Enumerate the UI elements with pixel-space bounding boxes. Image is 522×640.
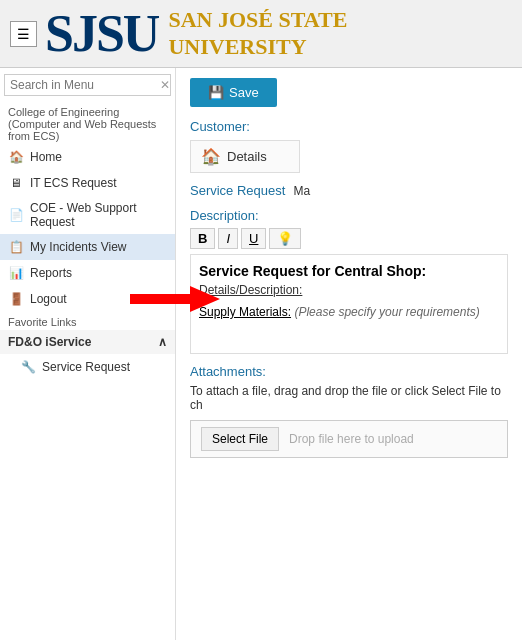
fdo-group-label: FD&O iService [8, 335, 91, 349]
chevron-up-icon: ∧ [158, 335, 167, 349]
editor-details-line: Details/Description: [199, 283, 499, 297]
search-bar[interactable]: ✕ 📌 [4, 74, 171, 96]
hamburger-menu-button[interactable]: ☰ [10, 21, 37, 47]
title-line1: SAN JOSÉ STATE [168, 7, 347, 33]
sidebar-item-reports[interactable]: 📊 Reports [0, 260, 175, 286]
service-request-label: Service Request [190, 183, 285, 198]
main-content: 💾 Save Customer: 🏠 Details Service Reque… [176, 68, 522, 640]
sidebar-item-coe-label: COE - Web Support Request [30, 201, 167, 229]
select-file-button[interactable]: Select File [201, 427, 279, 451]
editor-toolbar: B I U 💡 [190, 228, 508, 249]
bold-button[interactable]: B [190, 228, 215, 249]
wrench-icon: 🔧 [20, 359, 36, 375]
sidebar: ✕ 📌 College of Engineering (Computer and… [0, 68, 176, 640]
attachments-label: Attachments: [190, 364, 508, 379]
supply-hint: (Please specify your requirements) [291, 305, 480, 319]
incidents-icon: 📋 [8, 239, 24, 255]
sidebar-item-my-incidents[interactable]: 📋 My Incidents View [0, 234, 175, 260]
description-label: Description: [190, 208, 508, 223]
italic-button[interactable]: I [218, 228, 238, 249]
save-button[interactable]: 💾 Save [190, 78, 277, 107]
header: ☰ SJSU SAN JOSÉ STATE UNIVERSITY [0, 0, 522, 68]
home-icon: 🏠 [8, 149, 24, 165]
fdo-group-header[interactable]: FD&O iService ∧ [0, 330, 175, 354]
drop-zone-text: Drop file here to upload [289, 432, 414, 446]
clear-icon[interactable]: ✕ [160, 78, 170, 92]
service-request-suffix: Ma [293, 184, 310, 198]
red-arrow-indicator [130, 284, 220, 317]
sidebar-item-service-request[interactable]: 🔧 Service Request [0, 354, 175, 380]
monitor-icon: 🖥 [8, 175, 24, 191]
attachments-text: To attach a file, drag and drop the file… [190, 384, 508, 412]
bulb-button[interactable]: 💡 [269, 228, 301, 249]
sidebar-item-logout-label: Logout [30, 292, 67, 306]
reports-icon: 📊 [8, 265, 24, 281]
sidebar-item-home[interactable]: 🏠 Home [0, 144, 175, 170]
save-icon: 💾 [208, 85, 224, 100]
logo-text: SJSU [45, 5, 158, 62]
sidebar-item-it-ecs[interactable]: 🖥 IT ECS Request [0, 170, 175, 196]
sidebar-item-service-label: Service Request [42, 360, 130, 374]
details-label: Details [227, 149, 267, 164]
customer-label: Customer: [190, 119, 508, 134]
sidebar-item-incidents-label: My Incidents View [30, 240, 127, 254]
sjsu-logo: SJSU [45, 8, 158, 60]
sidebar-item-it-ecs-label: IT ECS Request [30, 176, 116, 190]
sidebar-item-coe-web[interactable]: 📄 COE - Web Support Request [0, 196, 175, 234]
underline-button[interactable]: U [241, 228, 266, 249]
search-input[interactable] [10, 78, 160, 92]
document-icon: 📄 [8, 207, 24, 223]
title-line2: UNIVERSITY [168, 34, 347, 60]
sidebar-item-home-label: Home [30, 150, 62, 164]
sidebar-section-title: College of Engineering (Computer and Web… [0, 102, 175, 144]
hamburger-icon: ☰ [17, 26, 30, 42]
save-label: Save [229, 85, 259, 100]
logout-icon: 🚪 [8, 291, 24, 307]
service-request-row: Service Request Ma [190, 183, 508, 198]
layout: ✕ 📌 College of Engineering (Computer and… [0, 68, 522, 640]
details-button[interactable]: 🏠 Details [190, 140, 300, 173]
university-title: SAN JOSÉ STATE UNIVERSITY [168, 7, 347, 60]
editor-title: Service Request for Central Shop: [199, 263, 499, 279]
editor-content[interactable]: Service Request for Central Shop: Detail… [190, 254, 508, 354]
sidebar-item-reports-label: Reports [30, 266, 72, 280]
file-upload-row: Select File Drop file here to upload [190, 420, 508, 458]
editor-supply-line: Supply Materials: (Please specify your r… [199, 305, 499, 319]
details-house-icon: 🏠 [201, 147, 221, 166]
svg-marker-0 [130, 286, 220, 312]
